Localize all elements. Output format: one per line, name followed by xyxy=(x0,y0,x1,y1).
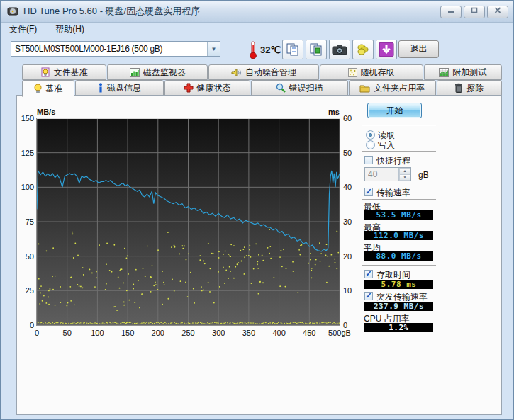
save-capture-button[interactable] xyxy=(376,40,397,59)
y-right-axis-unit: ms xyxy=(323,108,340,116)
short-stroke-input[interactable] xyxy=(365,168,398,181)
y-left-tick: 0 xyxy=(17,321,34,329)
tab-row-secondary: 文件基准 磁盘监视器 自动噪音管理 随机存取 附加测试 xyxy=(22,64,502,80)
min-value: 53.5 MB/s xyxy=(364,210,433,220)
write-radio-label[interactable]: 写入 xyxy=(378,140,395,152)
health-cross-icon xyxy=(184,83,194,93)
y-left-tick: 100 xyxy=(17,183,34,191)
short-stroke-checkbox[interactable] xyxy=(364,156,373,164)
drive-selector-value: ST500LM0ST500LM000-1EJ16 (500 gB) xyxy=(11,44,207,54)
x-tick: 400 xyxy=(272,329,285,337)
y-left-tick: 50 xyxy=(17,252,34,261)
tab-random-access[interactable]: 随机存取 xyxy=(320,64,423,80)
tab-error-scan[interactable]: 错误扫描 xyxy=(251,80,348,96)
tab-health[interactable]: 健康状态 xyxy=(164,80,250,96)
y-left-tick: 25 xyxy=(17,286,34,295)
random-access-icon xyxy=(348,68,357,77)
x-tick: 500gB xyxy=(328,329,351,337)
tab-folder-usage[interactable]: 文件夹占用率 xyxy=(349,80,436,96)
benchmark-page: MB/s ms 1501251007550250 6050403020100 0… xyxy=(16,95,502,415)
benchmark-bulb-icon xyxy=(34,84,42,94)
info-icon xyxy=(98,83,104,93)
maximize-button[interactable] xyxy=(464,6,485,18)
tab-file-benchmark[interactable]: 文件基准 xyxy=(22,64,106,80)
tab-label: 错误扫描 xyxy=(289,82,323,94)
write-radio[interactable] xyxy=(366,140,375,149)
tab-label: 基准 xyxy=(45,83,62,95)
avg-value: 88.0 MB/s xyxy=(364,251,433,261)
burst-rate-checkbox[interactable] xyxy=(364,292,373,300)
speaker-icon xyxy=(231,68,242,77)
copy-text-button[interactable] xyxy=(282,40,303,59)
transfer-rate-checkbox[interactable] xyxy=(364,188,373,196)
y-right-tick: 30 xyxy=(343,217,352,226)
tab-label: 文件夹占用率 xyxy=(374,82,425,94)
read-radio[interactable] xyxy=(366,130,375,140)
short-stroke-stepper[interactable]: ▲▼ xyxy=(398,168,410,181)
tab-label: 磁盘信息 xyxy=(107,82,141,94)
minimize-button[interactable] xyxy=(440,6,462,18)
close-button[interactable] xyxy=(487,6,508,18)
x-tick: 250 xyxy=(181,329,194,337)
copy-text-icon xyxy=(286,42,300,57)
thermometer-icon xyxy=(248,40,258,62)
chevron-down-icon[interactable]: ▼ xyxy=(207,42,220,56)
window-title: HD Tune Pro 5.60 - 硬盘/固态硬盘实用程序 xyxy=(23,5,200,18)
copy-image-button[interactable] xyxy=(306,40,327,59)
access-time-checkbox[interactable] xyxy=(364,270,373,278)
y-right-tick: 10 xyxy=(343,286,352,295)
benchmark-chart xyxy=(37,118,340,325)
y-right-tick: 20 xyxy=(343,252,352,261)
tab-aam[interactable]: 自动噪音管理 xyxy=(208,64,318,80)
tab-disk-monitor[interactable]: 磁盘监视器 xyxy=(107,64,208,80)
x-tick: 50 xyxy=(63,329,72,337)
burst-rate-value: 237.9 MB/s xyxy=(364,302,433,311)
tab-label: 擦除 xyxy=(466,82,484,94)
x-tick: 0 xyxy=(35,329,39,337)
x-tick: 100 xyxy=(91,329,104,337)
camera-icon xyxy=(332,43,347,56)
download-icon xyxy=(379,42,394,57)
export-button[interactable] xyxy=(352,40,374,59)
toolbar: ST500LM0ST500LM000-1EJ16 (500 gB) ▼ 32℃ … xyxy=(1,36,513,64)
x-tick: 300 xyxy=(212,329,225,337)
tab-label: 健康状态 xyxy=(197,82,231,94)
magnifier-icon xyxy=(276,83,286,93)
menu-file[interactable]: 文件(F) xyxy=(6,23,40,36)
y-left-axis-unit: MB/s xyxy=(37,108,55,116)
copy-image-icon xyxy=(309,42,323,57)
y-left-tick: 150 xyxy=(17,114,34,123)
x-tick: 350 xyxy=(242,329,255,337)
short-stroke-label[interactable]: 快捷行程 xyxy=(376,155,410,167)
tab-row-primary: 基准 磁盘信息 健康状态 错误扫描 文件夹占用率 擦除 xyxy=(22,80,502,96)
start-button[interactable]: 开始 xyxy=(367,103,422,118)
y-right-tick: 60 xyxy=(343,114,352,123)
hdtune-window: HD Tune Pro 5.60 - 硬盘/固态硬盘实用程序 文件(F) 帮助(… xyxy=(0,0,514,420)
access-time-value: 5.78 ms xyxy=(364,280,433,289)
tab-erase[interactable]: 擦除 xyxy=(437,80,502,96)
drive-selector[interactable]: ST500LM0ST500LM000-1EJ16 (500 gB) ▼ xyxy=(11,41,220,57)
menu-bar: 文件(F) 帮助(H) xyxy=(1,22,513,36)
short-stroke-unit: gB xyxy=(418,170,429,180)
tab-label: 附加测试 xyxy=(452,67,486,79)
tab-extra-tests[interactable]: 附加测试 xyxy=(424,64,502,80)
tab-label: 磁盘监视器 xyxy=(143,67,186,79)
y-right-tick: 40 xyxy=(343,183,352,191)
menu-help[interactable]: 帮助(H) xyxy=(52,23,87,36)
short-stroke-input-group: ▲▼ xyxy=(364,167,411,181)
exit-button[interactable]: 退出 xyxy=(398,40,439,58)
tab-benchmark[interactable]: 基准 xyxy=(22,80,74,97)
cpu-usage-value: 1.2% xyxy=(364,323,433,332)
y-left-tick: 125 xyxy=(17,149,34,157)
screenshot-button[interactable] xyxy=(329,40,350,59)
folder-icon xyxy=(359,84,370,93)
y-left-tick: 75 xyxy=(17,217,34,226)
tab-label: 文件基准 xyxy=(54,67,88,79)
tab-disk-info[interactable]: 磁盘信息 xyxy=(75,80,163,96)
temperature-value: 32℃ xyxy=(260,45,281,55)
x-tick: 200 xyxy=(152,329,164,337)
trash-icon xyxy=(454,83,463,93)
stepper-up-icon: ▲ xyxy=(399,168,410,174)
transfer-rate-label[interactable]: 传输速率 xyxy=(376,187,410,199)
coins-icon xyxy=(356,42,370,57)
